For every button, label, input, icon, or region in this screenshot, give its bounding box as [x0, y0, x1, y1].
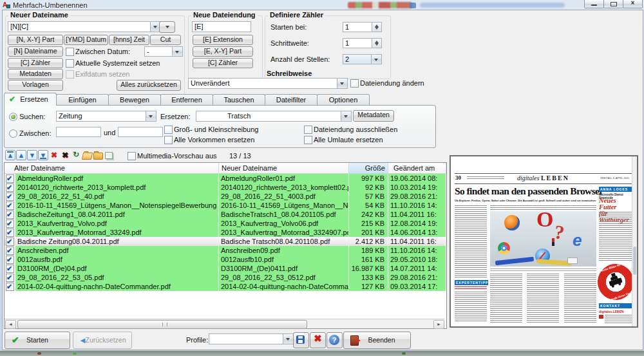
row-checkbox[interactable]	[6, 201, 14, 210]
tab-entfernen[interactable]: Entfernen	[160, 94, 213, 106]
table-row[interactable]: D3100RM_(De)04.pdfD3100RM_(De)0411.pdf16…	[5, 264, 446, 273]
title-bar[interactable]: A Mehrfach-Umbenennen ×	[0, 0, 644, 10]
table-row[interactable]: 2016-10-11_41569_Lütgens_Manon__Notenspi…	[5, 201, 446, 210]
row-checkbox[interactable]	[6, 265, 14, 273]
dateiendung-ausschliessen-checkbox[interactable]	[304, 126, 312, 134]
scrollbar-thumb[interactable]	[17, 320, 307, 329]
extension-zaehler-button[interactable]: [C] Zähler	[193, 58, 253, 68]
delete-profile-button[interactable]: ✖	[310, 332, 326, 348]
table-row[interactable]: 29_08_2016_22_53_05.pdf29_08_2016_22_53_…	[5, 273, 446, 282]
dateiendung-aendern-checkbox[interactable]	[350, 79, 359, 88]
zeit-button[interactable]: [hnns] Zeit	[109, 35, 149, 45]
zwischen-datum-checkbox[interactable]	[66, 48, 74, 56]
part-button[interactable]: [N, X-Y] Part	[8, 35, 63, 45]
table-row[interactable]: BadischeZeitung1_08.04.2011.pdfBadischeT…	[5, 210, 446, 219]
metadaten-search-button[interactable]: Metadaten	[353, 110, 394, 122]
spinner-arrows-icon[interactable]	[372, 23, 381, 32]
table-row[interactable]: 2013_Kaufvertrag_Volvo.pdf2013_Kaufvertr…	[5, 219, 446, 228]
filename-pattern-combobox[interactable]: [N][C]	[8, 21, 161, 32]
ersetzen-combobox[interactable]: Tratsch	[196, 111, 352, 122]
table-row[interactable]: 0012ausfb.pdf0012ausfb10.pdf161 KB29.05.…	[5, 255, 446, 264]
chevron-down-icon[interactable]	[283, 334, 293, 344]
starten-bei-spinner[interactable]: 1	[343, 22, 382, 32]
vorlagen-button[interactable]: Vorlagen	[8, 80, 63, 91]
spinner-arrows-icon[interactable]	[372, 39, 381, 48]
row-checkbox[interactable]	[6, 283, 14, 291]
column-header-neuer-dateiname[interactable]: Neuer Dateiname	[219, 163, 349, 173]
row-checkbox[interactable]	[6, 247, 14, 255]
open-folder-icon[interactable]	[82, 150, 92, 160]
schreibweise-combobox[interactable]: Unverändert	[188, 78, 348, 89]
column-header-groesse[interactable]: Größe	[349, 163, 388, 173]
row-checkbox[interactable]	[6, 174, 14, 183]
table-row[interactable]: 2014-02-04-quittung-nachn-DateCommander.…	[5, 282, 446, 291]
chevron-down-icon[interactable]	[172, 47, 182, 56]
suchen-combobox[interactable]: Zeitung	[56, 111, 156, 122]
anzahl-stellen-combobox[interactable]: 2	[343, 54, 382, 64]
tab-dateifilter[interactable]: Dateifilter	[265, 94, 317, 106]
extension-part-button[interactable]: [E, X-Y] Part	[193, 46, 253, 57]
pattern-history-dropdown-button[interactable]	[159, 21, 175, 33]
alle-umlaute-checkbox[interactable]	[304, 136, 312, 144]
zwischen-bis-input[interactable]	[118, 127, 163, 137]
preview-scrollbar[interactable]	[632, 156, 637, 326]
metadaten-button[interactable]: Metadaten	[8, 69, 63, 79]
table-row[interactable]: 29_08_2016_22_51_40.pdf29_08_2016_22_51_…	[5, 192, 446, 201]
datum-separator-combobox[interactable]: -	[144, 46, 183, 57]
scroll-right-icon[interactable]: ►	[433, 320, 444, 329]
suchen-radio[interactable]	[9, 113, 17, 121]
datum-button[interactable]: [YMD] Datum	[64, 35, 108, 45]
exifdatum-checkbox[interactable]	[66, 70, 74, 79]
table-row[interactable]: AbmeldungRoller.pdfAbmeldungRoller01.pdf…	[5, 174, 446, 183]
close-button[interactable]: ×	[623, 0, 643, 8]
tab-ersetzen[interactable]: ✔Ersetzen	[4, 93, 57, 106]
move-down-icon[interactable]: ▼	[27, 150, 37, 160]
tab-bewegen[interactable]: Bewegen	[108, 94, 161, 106]
remove-icon[interactable]: ✖	[49, 150, 59, 160]
chevron-down-icon[interactable]	[146, 111, 156, 121]
table-row[interactable]: Anschreiben.pdfAnschreiben09.pdf189 KB11…	[5, 246, 446, 255]
row-checkbox[interactable]	[6, 229, 14, 237]
row-checkbox[interactable]	[6, 211, 14, 219]
table-row[interactable]: Badische Zeitung08.04.2011.pdfBadische T…	[5, 237, 446, 246]
row-checkbox[interactable]	[6, 192, 14, 201]
row-checkbox[interactable]	[6, 220, 14, 228]
move-up-icon[interactable]: ▲	[16, 150, 26, 160]
extension-pattern-input[interactable]: [E]	[192, 21, 251, 32]
multimedia-vorschau-checkbox[interactable]	[128, 152, 136, 160]
row-checkbox[interactable]	[6, 238, 14, 246]
remove-all-icon[interactable]: ✖	[60, 150, 70, 160]
table-row[interactable]: 20140120_richtwerte_2013_komplett.pdf201…	[5, 183, 446, 192]
maximize-button[interactable]	[603, 0, 623, 8]
tab-optionen[interactable]: Optionen	[317, 94, 370, 106]
schrittweite-spinner[interactable]: 1	[343, 38, 382, 48]
refresh-icon[interactable]: ↻	[71, 150, 81, 160]
row-checkbox[interactable]	[6, 274, 14, 282]
zaehler-button[interactable]: [C] Zähler	[8, 58, 63, 68]
column-header-alter-dateiname[interactable]: Alter Dateiname	[5, 163, 219, 173]
row-checkbox[interactable]	[6, 183, 14, 192]
starten-button[interactable]: ✔ Starten	[5, 332, 70, 349]
table-row[interactable]: 2013_Kaufvertrag_Motorrad_33249.pdf2013_…	[5, 228, 446, 237]
cut-button[interactable]: Cut	[150, 35, 181, 45]
profile-combobox[interactable]	[209, 333, 294, 344]
add-folder-icon[interactable]	[93, 150, 103, 160]
column-header-geaendert-am[interactable]: Geändert am	[388, 163, 446, 173]
zwischen-von-input[interactable]	[56, 127, 101, 137]
systemzeit-checkbox[interactable]	[66, 59, 74, 68]
zwischen-radio[interactable]	[9, 129, 17, 138]
new-window-icon[interactable]	[104, 150, 114, 160]
save-profile-button[interactable]	[293, 332, 309, 348]
chevron-down-icon[interactable]	[371, 55, 381, 64]
scroll-left-icon[interactable]: ◄	[5, 320, 16, 329]
beenden-button[interactable]: Beenden	[343, 332, 411, 349]
move-bottom-icon[interactable]: ▼	[38, 150, 48, 160]
extension-button[interactable]: [E] Extension	[193, 35, 253, 45]
tab-einfügen[interactable]: Einfügen	[56, 94, 109, 106]
chevron-down-icon[interactable]	[337, 79, 347, 88]
gross-klein-checkbox[interactable]	[164, 126, 173, 134]
tab-tauschen[interactable]: Tauschen	[213, 94, 265, 106]
help-button[interactable]: ?	[327, 332, 343, 348]
horizontal-scrollbar[interactable]: ◄ ►	[5, 319, 445, 328]
preview-scrollbar-thumb[interactable]	[633, 247, 636, 275]
